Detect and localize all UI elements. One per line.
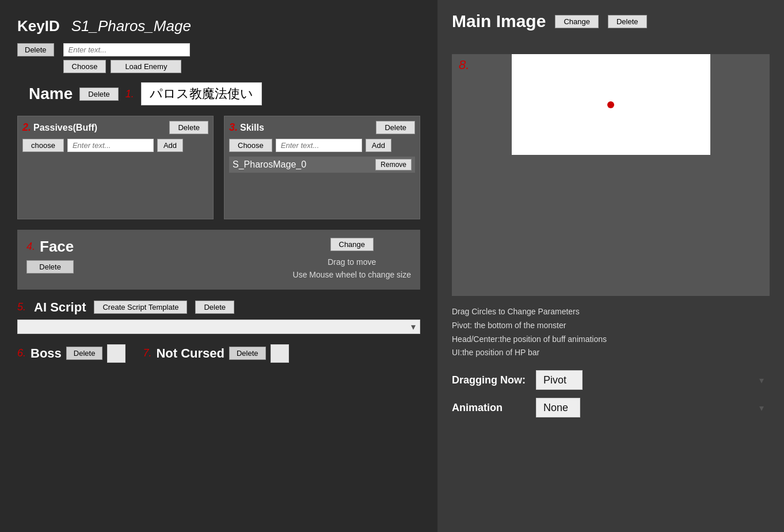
face-change-button[interactable]: Change (330, 238, 374, 251)
passives-choose-button[interactable]: choose (22, 139, 64, 152)
cursed-label: Not Cursed (156, 346, 224, 361)
face-delete-button[interactable]: Delete (26, 260, 74, 273)
name-row: Name Delete 1. パロス教魔法使い (29, 82, 420, 105)
ai-create-button[interactable]: Create Script Template (94, 301, 187, 314)
skills-add-button[interactable]: Add (366, 139, 391, 152)
skills-num: 3. (229, 121, 238, 134)
red-dot (607, 101, 614, 108)
animation-dropdown[interactable]: None Idle Attack Death (536, 398, 580, 417)
instructions-text: Drag Circles to Change Parameters Pivot:… (452, 305, 770, 360)
dragging-dropdown-wrapper[interactable]: Pivot Head Center UI (536, 370, 770, 390)
skills-delete-button[interactable]: Delete (376, 121, 415, 134)
cursed-item: 7. Not Cursed Delete (143, 344, 288, 363)
ai-num: 5. (17, 301, 26, 313)
face-section: 4. Face Delete Change Drag to move Use M… (17, 230, 420, 290)
sections-row: 2. Passives(Buff) Delete choose Add 3. S… (17, 116, 420, 219)
face-num: 4. (26, 241, 35, 253)
name-value: パロス教魔法使い (141, 82, 262, 105)
cursed-checkbox[interactable] (271, 344, 289, 363)
animation-row: Animation None Idle Attack Death (452, 398, 770, 417)
passives-input-row: choose Add (22, 139, 208, 152)
main-image-delete-button[interactable]: Delete (608, 15, 647, 28)
image-area: 8. (452, 54, 770, 296)
passives-header: 2. Passives(Buff) Delete (22, 121, 208, 134)
ai-label: AI Script (34, 300, 86, 315)
passives-section: 2. Passives(Buff) Delete choose Add (17, 116, 214, 219)
right-panel: Main Image Change Delete 8. Drag Circles… (437, 0, 784, 532)
image-canvas (512, 54, 710, 155)
load-area: Choose Load Enemy (63, 43, 190, 73)
skills-header: 3. Skills Delete (229, 121, 415, 134)
dragging-label: Dragging Now: (452, 374, 527, 386)
animation-dropdown-wrapper[interactable]: None Idle Attack Death (536, 398, 770, 417)
keyid-row: KeyID S1_Pharos_Mage (17, 17, 420, 35)
skill-remove-button[interactable]: Remove (375, 159, 412, 170)
enter-text-input[interactable] (63, 43, 190, 56)
skills-text-input[interactable] (276, 139, 362, 152)
dragging-dropdown[interactable]: Pivot Head Center UI (536, 370, 583, 390)
main-image-title: Main Image (452, 12, 546, 31)
cursed-num: 7. (143, 347, 151, 359)
dragging-row: Dragging Now: Pivot Head Center UI (452, 370, 770, 390)
left-panel: KeyID S1_Pharos_Mage Delete Choose Load … (0, 0, 437, 532)
name-delete-button[interactable]: Delete (79, 88, 119, 101)
name-label: Name (29, 85, 73, 103)
boss-delete-button[interactable]: Delete (66, 347, 103, 360)
skills-input-row: Choose Add (229, 139, 415, 152)
ai-delete-button[interactable]: Delete (195, 301, 234, 314)
keyid-label: KeyID (17, 17, 60, 35)
passives-num: 2. (22, 121, 31, 134)
animation-label: Animation (452, 402, 527, 414)
skills-section: 3. Skills Delete Choose Add S_PharosMage… (224, 116, 420, 219)
ai-dropdown[interactable] (17, 320, 420, 334)
skills-choose-button[interactable]: Choose (229, 139, 272, 152)
face-right: Change Drag to move Use Mouse wheel to c… (293, 238, 411, 282)
delete-button[interactable]: Delete (17, 43, 54, 56)
choose-button[interactable]: Choose (63, 60, 106, 73)
ai-section: 5. AI Script Create Script Template Dele… (17, 300, 420, 334)
passives-add-button[interactable]: Add (157, 139, 183, 152)
skills-title: 3. Skills (229, 121, 264, 134)
cursed-delete-button[interactable]: Delete (229, 347, 266, 360)
face-instructions: Drag to move Use Mouse wheel to change s… (293, 256, 411, 282)
load-enemy-button[interactable]: Load Enemy (111, 60, 181, 73)
name-num: 1. (125, 88, 134, 100)
face-label: Face (40, 238, 74, 256)
bottom-row: 6. Boss Delete 7. Not Cursed Delete (17, 344, 420, 363)
keyid-value: S1_Pharos_Mage (71, 17, 191, 35)
face-left: 4. Face Delete (26, 238, 74, 273)
passives-text-input[interactable] (67, 139, 154, 152)
passives-title: 2. Passives(Buff) (22, 121, 97, 134)
ai-dropdown-wrapper[interactable] (17, 320, 420, 334)
main-image-change-button[interactable]: Change (555, 15, 599, 28)
boss-checkbox[interactable] (107, 344, 125, 363)
boss-item: 6. Boss Delete (17, 344, 125, 363)
boss-num: 6. (17, 347, 26, 359)
ai-header: 5. AI Script Create Script Template Dele… (17, 300, 420, 315)
boss-label: Boss (31, 346, 62, 361)
passives-delete-button[interactable]: Delete (169, 121, 208, 134)
load-row-inner: Choose Load Enemy (63, 60, 190, 73)
skill-item: S_PharosMage_0 Remove (229, 157, 415, 173)
right-title-row: Main Image Change Delete (452, 12, 770, 31)
skill-item-name: S_PharosMage_0 (233, 159, 306, 170)
image-num: 8. (459, 58, 469, 73)
